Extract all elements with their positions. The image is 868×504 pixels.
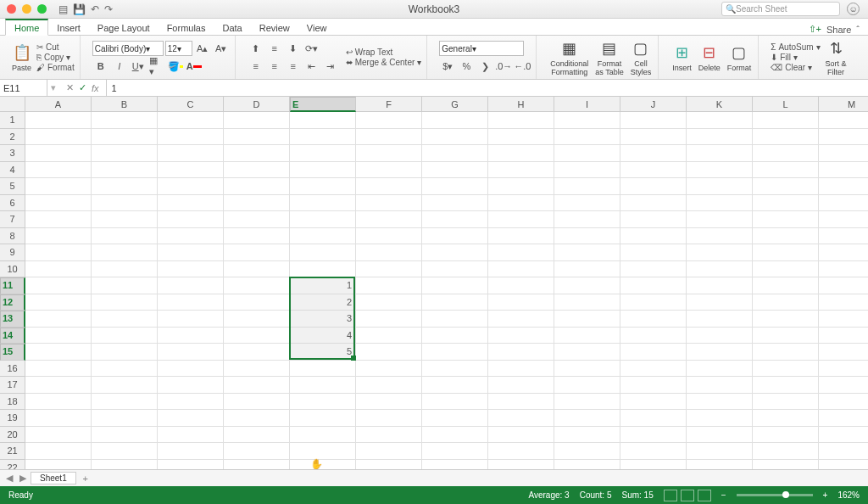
cell-E20[interactable] bbox=[290, 427, 356, 444]
cell-G4[interactable] bbox=[422, 162, 488, 179]
cell-C12[interactable] bbox=[158, 294, 224, 311]
column-header-H[interactable]: H bbox=[488, 97, 554, 112]
cell-K11[interactable] bbox=[687, 277, 753, 294]
cell-A19[interactable] bbox=[25, 410, 92, 427]
cell-E10[interactable] bbox=[290, 261, 356, 278]
cell-E17[interactable] bbox=[290, 377, 356, 394]
column-header-L[interactable]: L bbox=[753, 97, 819, 112]
row-header-9[interactable]: 9 bbox=[0, 244, 25, 261]
cell-J19[interactable] bbox=[620, 410, 687, 427]
cell-M6[interactable] bbox=[819, 195, 868, 212]
row-header-14[interactable]: 14 bbox=[0, 328, 25, 344]
cell-J16[interactable] bbox=[620, 361, 687, 378]
cell-F3[interactable] bbox=[356, 145, 422, 162]
column-header-E[interactable]: E bbox=[290, 97, 356, 112]
collapse-ribbon-icon[interactable]: ˆ bbox=[856, 25, 860, 35]
cell-K10[interactable] bbox=[687, 261, 753, 278]
cell-H5[interactable] bbox=[488, 178, 554, 195]
cell-B4[interactable] bbox=[92, 162, 158, 179]
cell-I7[interactable] bbox=[554, 211, 620, 228]
cell-C5[interactable] bbox=[158, 178, 224, 195]
cell-B10[interactable] bbox=[92, 261, 158, 278]
undo-icon[interactable]: ↶ bbox=[91, 3, 99, 15]
formula-input[interactable]: 1 bbox=[107, 83, 122, 93]
cell-C9[interactable] bbox=[158, 244, 224, 261]
row-header-3[interactable]: 3 bbox=[0, 145, 25, 162]
tab-formulas[interactable]: Formulas bbox=[159, 20, 214, 35]
cancel-formula-icon[interactable]: ✕ bbox=[66, 82, 74, 93]
cell-L13[interactable] bbox=[753, 311, 819, 328]
comma-icon[interactable]: ❯ bbox=[476, 59, 493, 74]
cell-D14[interactable] bbox=[224, 328, 290, 344]
cell-L14[interactable] bbox=[753, 328, 819, 344]
cell-J11[interactable] bbox=[620, 277, 687, 294]
cell-K19[interactable] bbox=[687, 410, 753, 427]
align-center-icon[interactable]: ≡ bbox=[266, 59, 283, 74]
row-header-22[interactable]: 22 bbox=[0, 460, 25, 470]
accept-formula-icon[interactable]: ✓ bbox=[79, 82, 86, 93]
cell-D7[interactable] bbox=[224, 211, 290, 228]
cell-A18[interactable] bbox=[25, 394, 92, 411]
cell-K21[interactable] bbox=[687, 443, 753, 460]
cell-G20[interactable] bbox=[422, 427, 488, 444]
italic-button[interactable]: I bbox=[111, 59, 128, 74]
cell-F9[interactable] bbox=[356, 244, 422, 261]
cell-C19[interactable] bbox=[158, 410, 224, 427]
cell-F10[interactable] bbox=[356, 261, 422, 278]
cell-D18[interactable] bbox=[224, 394, 290, 411]
cell-L18[interactable] bbox=[753, 394, 819, 411]
cell-B15[interactable] bbox=[92, 344, 158, 361]
cell-D10[interactable] bbox=[224, 261, 290, 278]
cell-D3[interactable] bbox=[224, 145, 290, 162]
help-icon[interactable]: ☺ bbox=[847, 3, 860, 15]
cell-H15[interactable] bbox=[488, 344, 554, 361]
cell-I19[interactable] bbox=[554, 410, 620, 427]
cell-K6[interactable] bbox=[687, 195, 753, 212]
row-header-13[interactable]: 13 bbox=[0, 311, 25, 328]
cell-M1[interactable] bbox=[819, 112, 868, 129]
row-header-8[interactable]: 8 bbox=[0, 228, 25, 245]
cell-F14[interactable] bbox=[356, 328, 422, 344]
cell-I21[interactable] bbox=[554, 443, 620, 460]
cell-I1[interactable] bbox=[554, 112, 620, 129]
cell-L6[interactable] bbox=[753, 195, 819, 212]
cell-L7[interactable] bbox=[753, 211, 819, 228]
cell-B7[interactable] bbox=[92, 211, 158, 228]
cell-H21[interactable] bbox=[488, 443, 554, 460]
cell-D6[interactable] bbox=[224, 195, 290, 212]
cell-M3[interactable] bbox=[819, 145, 868, 162]
cell-H20[interactable] bbox=[488, 427, 554, 444]
cell-H18[interactable] bbox=[488, 394, 554, 411]
cell-B13[interactable] bbox=[92, 311, 158, 328]
cell-J5[interactable] bbox=[620, 178, 687, 195]
align-right-icon[interactable]: ≡ bbox=[285, 59, 302, 74]
cell-G6[interactable] bbox=[422, 195, 488, 212]
cell-G1[interactable] bbox=[422, 112, 488, 129]
row-header-7[interactable]: 7 bbox=[0, 211, 25, 228]
cell-A16[interactable] bbox=[25, 361, 92, 378]
cell-J17[interactable] bbox=[620, 377, 687, 394]
row-header-2[interactable]: 2 bbox=[0, 129, 25, 146]
cell-I4[interactable] bbox=[554, 162, 620, 179]
cell-B11[interactable] bbox=[92, 277, 158, 294]
cell-G10[interactable] bbox=[422, 261, 488, 278]
cell-L17[interactable] bbox=[753, 377, 819, 394]
row-header-19[interactable]: 19 bbox=[0, 410, 25, 427]
cell-A13[interactable] bbox=[25, 311, 92, 328]
cell-E7[interactable] bbox=[290, 211, 356, 228]
cell-M10[interactable] bbox=[819, 261, 868, 278]
row-header-1[interactable]: 1 bbox=[0, 112, 25, 129]
cell-L8[interactable] bbox=[753, 228, 819, 245]
cell-D21[interactable] bbox=[224, 443, 290, 460]
cell-I12[interactable] bbox=[554, 294, 620, 311]
cell-K12[interactable] bbox=[687, 294, 753, 311]
cell-C13[interactable] bbox=[158, 311, 224, 328]
cell-G22[interactable] bbox=[422, 460, 488, 470]
cell-A5[interactable] bbox=[25, 178, 92, 195]
fill-button[interactable]: ⬇ Fill ▾ bbox=[771, 53, 820, 62]
cell-I11[interactable] bbox=[554, 277, 620, 294]
cell-L15[interactable] bbox=[753, 344, 819, 361]
cell-M19[interactable] bbox=[819, 410, 868, 427]
cell-J22[interactable] bbox=[620, 460, 687, 470]
column-header-I[interactable]: I bbox=[554, 97, 620, 112]
